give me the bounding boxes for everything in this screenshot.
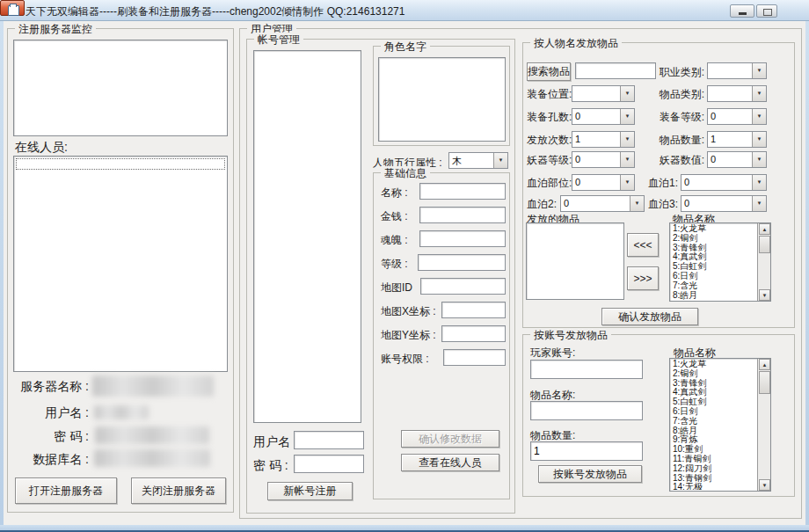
combo-value: 0 [684, 198, 689, 208]
chevron-down-icon[interactable]: ▼ [752, 109, 766, 124]
scroll-up-icon[interactable]: ▲ [759, 223, 770, 235]
item-qty-input[interactable] [530, 441, 643, 461]
bloodpool-part-combo[interactable]: 0 ▼ [572, 174, 635, 191]
map-x-input[interactable] [441, 302, 506, 318]
soul-label: 魂魄 : [381, 233, 408, 248]
list-item[interactable]: 12:阔刀剑 [671, 464, 756, 474]
scroll-down-icon[interactable]: ▼ [759, 289, 770, 301]
level-label: 等级 : [381, 257, 408, 272]
move-right-button[interactable]: >>> [627, 266, 659, 290]
player-account-input[interactable] [530, 360, 643, 379]
list-item[interactable]: 7:含光 [671, 281, 756, 291]
chevron-down-icon[interactable]: ▼ [752, 175, 766, 190]
register-server-monitor-group: 注册服务器监控 在线人员: 服务器名称 : 用户名 : 密 码 : 数据库名 :… [7, 28, 234, 513]
database-name-value-redacted [94, 449, 210, 467]
chevron-down-icon[interactable]: ▼ [620, 175, 634, 190]
db-username-value-redacted [94, 405, 149, 419]
bloodpool1-combo[interactable]: 0 ▼ [681, 174, 767, 191]
scroll-down-icon[interactable]: ▼ [759, 479, 770, 491]
password-label: 密 码 : [253, 458, 288, 474]
demon-value-label: 妖器数值: [648, 153, 704, 168]
level-input[interactable] [418, 254, 506, 271]
chevron-down-icon[interactable]: ▼ [752, 196, 766, 211]
five-element-combo[interactable]: 木 ▼ [448, 152, 508, 169]
chevron-down-icon[interactable]: ▼ [620, 86, 634, 101]
chevron-down-icon[interactable]: ▼ [620, 132, 634, 147]
minimize-button[interactable] [730, 4, 754, 18]
scrollbar[interactable]: ▲ ▼ [757, 359, 770, 491]
open-register-server-button[interactable]: 打开注册服务器 [15, 477, 117, 504]
title-bar[interactable]: 天下无双编辑器-----刷装备和注册服务器-----cheng2002倾情制作 … [0, 0, 809, 21]
bloodpool3-combo[interactable]: 0 ▼ [681, 195, 767, 212]
move-left-button[interactable]: <<< [627, 233, 659, 257]
demon-value-combo[interactable]: 0 ▼ [707, 151, 767, 168]
chevron-down-icon[interactable]: ▼ [752, 132, 766, 147]
equip-slot-combo[interactable]: ▼ [572, 85, 635, 102]
close-register-server-button[interactable]: 关闭注册服务器 [131, 477, 226, 504]
scrollbar-thumb[interactable] [759, 371, 770, 394]
demon-level-combo[interactable]: 0 ▼ [572, 151, 635, 168]
scroll-up-icon[interactable]: ▲ [759, 359, 770, 370]
money-input[interactable] [419, 207, 506, 223]
combo-value: 1 [575, 134, 580, 144]
demon-level-label: 妖器等级: [527, 153, 572, 168]
occupation-combo[interactable]: ▼ [707, 62, 767, 79]
role-names-list[interactable] [378, 57, 506, 142]
confirm-give-button[interactable]: 确认发放物品 [601, 308, 698, 325]
bloodpool2-combo[interactable]: 0 ▼ [560, 195, 645, 212]
account-permission-input[interactable] [443, 349, 506, 366]
name-input[interactable] [419, 183, 506, 200]
send-by-account-button[interactable]: 按账号发放物品 [538, 465, 642, 483]
group-title: 注册服务器监控 [15, 22, 96, 37]
chevron-down-icon[interactable]: ▼ [493, 153, 507, 168]
role-names-group: 角色名字 [373, 46, 510, 146]
list-item[interactable]: 7:含光 [671, 417, 756, 426]
server-monitor-list[interactable] [13, 40, 228, 136]
confirm-modify-button[interactable]: 确认修改数据 [401, 430, 499, 448]
soul-input[interactable] [419, 230, 506, 247]
map-y-input[interactable] [441, 325, 506, 342]
item-category-combo[interactable]: ▼ [707, 85, 767, 102]
item-catalog-list[interactable]: 1:火龙草2:铜剑3:青锋剑4:真武剑5:白虹剑6:日剑7:含光8:皓月9:宵炼… [669, 358, 771, 492]
chevron-down-icon[interactable]: ▼ [752, 63, 766, 78]
username-input[interactable] [294, 431, 364, 449]
db-username-label: 用户名 : [15, 405, 89, 421]
list-item[interactable]: 14:无极 [671, 483, 756, 490]
password-input[interactable] [294, 455, 364, 473]
give-by-name-group: 按人物名发放物品 搜索物品 职业类别: ▼ 装备位置: ▼ 物品类别: ▼ 装备… [522, 42, 795, 328]
search-item-button[interactable]: 搜索物品 [527, 62, 571, 81]
give-by-account-group: 按账号发放物品 玩家账号: 物品名称: 物品数量: 按账号发放物品 物品名称 1… [522, 334, 795, 497]
register-account-button[interactable]: 新帐号注册 [267, 482, 353, 500]
item-catalog-list[interactable]: 1:火龙草2:铜剑3:青锋剑4:真武剑5:白虹剑6:日剑7:含光8:皓月9:宵炼… [669, 222, 771, 302]
give-times-combo[interactable]: 1 ▼ [572, 131, 635, 148]
map-id-input[interactable] [420, 278, 506, 295]
app-window: 天下无双编辑器-----刷装备和注册服务器-----cheng2002倾情制作 … [0, 0, 809, 532]
item-qty-combo[interactable]: 1 ▼ [707, 131, 767, 148]
basic-info-group: 基础信息 名称 : 金钱 : 魂魄 : 等级 : 地图ID 地图X坐标 : 地图… [373, 172, 510, 499]
group-title: 按人物名发放物品 [530, 36, 622, 51]
maximize-button[interactable] [756, 4, 777, 18]
item-name-input[interactable] [530, 401, 643, 420]
view-online-button[interactable]: 查看在线人员 [401, 454, 499, 471]
window-border [0, 21, 4, 525]
focus-rect [16, 158, 225, 170]
list-item[interactable]: 2:铜剑 [671, 234, 756, 244]
equip-slot-label: 装备位置: [527, 87, 572, 102]
online-users-list[interactable] [13, 156, 228, 372]
chevron-down-icon[interactable]: ▼ [752, 152, 766, 167]
scrollbar-thumb[interactable] [759, 236, 770, 253]
chevron-down-icon[interactable]: ▼ [620, 152, 634, 167]
account-list[interactable] [253, 50, 361, 423]
db-password-value-redacted [95, 426, 209, 444]
equip-holes-combo[interactable]: 0 ▼ [572, 108, 635, 125]
chevron-down-icon[interactable]: ▼ [752, 86, 766, 101]
equip-level-combo[interactable]: 0 ▼ [707, 108, 767, 125]
give-items-list[interactable] [526, 222, 624, 300]
scrollbar[interactable]: ▲ ▼ [757, 223, 770, 301]
bloodpool-part-label: 血泊部位: [527, 176, 572, 191]
search-item-input[interactable] [575, 62, 656, 79]
list-item[interactable]: 2:铜剑 [671, 369, 756, 379]
group-title: 角色名字 [381, 40, 430, 55]
chevron-down-icon[interactable]: ▼ [630, 196, 644, 211]
chevron-down-icon[interactable]: ▼ [620, 109, 634, 124]
